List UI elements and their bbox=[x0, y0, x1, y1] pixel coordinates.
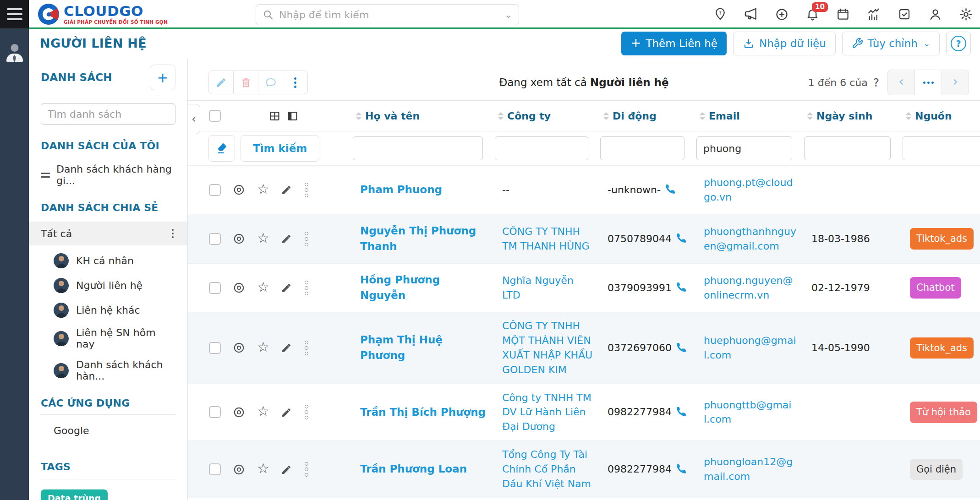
analytics-icon[interactable] bbox=[866, 6, 881, 22]
select-all-checkbox[interactable] bbox=[209, 110, 221, 122]
more-options-icon[interactable] bbox=[305, 341, 308, 355]
favorite-icon[interactable]: ☆ bbox=[257, 182, 269, 196]
tag-chip[interactable]: Data trùng bbox=[41, 489, 108, 500]
column-header[interactable]: Nguồn bbox=[903, 110, 980, 122]
preview-icon[interactable] bbox=[232, 232, 246, 245]
contact-name-link[interactable]: Trần Thị Bích Phượng bbox=[360, 406, 486, 418]
tasks-icon[interactable] bbox=[897, 6, 912, 22]
contact-name-link[interactable]: Nguyễn Thị Phương Thanh bbox=[360, 225, 476, 252]
email-link[interactable]: phuong.pt@cloudgo.vn bbox=[704, 177, 793, 203]
favorite-icon[interactable]: ☆ bbox=[257, 231, 269, 245]
favorite-icon[interactable]: ☆ bbox=[257, 462, 269, 475]
phone-icon[interactable] bbox=[676, 464, 687, 475]
apply-search-button[interactable]: Tìm kiếm bbox=[241, 135, 319, 162]
preview-icon[interactable] bbox=[232, 183, 246, 196]
preview-icon[interactable] bbox=[232, 406, 246, 419]
global-search-input[interactable] bbox=[278, 9, 500, 21]
clear-filters-button[interactable] bbox=[208, 135, 235, 162]
add-list-button[interactable]: + bbox=[150, 65, 175, 90]
column-view-icon[interactable] bbox=[286, 110, 299, 122]
column-header[interactable]: Ngày sinh bbox=[804, 110, 903, 122]
prev-page-button[interactable]: ‹ bbox=[887, 70, 915, 95]
megaphone-icon[interactable] bbox=[743, 6, 759, 22]
location-help-icon[interactable]: ? bbox=[712, 6, 728, 22]
favorite-icon[interactable]: ☆ bbox=[257, 280, 269, 294]
bulk-edit-button[interactable] bbox=[208, 71, 234, 94]
phone-icon[interactable] bbox=[676, 233, 687, 244]
bulk-comment-button[interactable] bbox=[258, 71, 283, 94]
filter-input-0[interactable] bbox=[353, 136, 483, 160]
phone-icon[interactable] bbox=[676, 407, 687, 418]
company-link[interactable]: Nghĩa Nguyễn LTD bbox=[502, 275, 574, 301]
add-contact-button[interactable]: + Thêm Liên hệ bbox=[621, 32, 727, 55]
notifications-icon[interactable]: 10 bbox=[805, 6, 820, 22]
global-search[interactable]: ⌄ bbox=[256, 4, 519, 25]
email-link[interactable]: phuongttb@gmail.com bbox=[704, 399, 791, 425]
customize-button[interactable]: Tùy chỉnh ⌄ bbox=[842, 32, 940, 55]
sidebar-shared-item[interactable]: Người liên hệ bbox=[54, 277, 175, 293]
preview-icon[interactable] bbox=[232, 463, 246, 476]
filter-input-4[interactable] bbox=[804, 136, 891, 160]
page-options-button[interactable] bbox=[914, 70, 942, 95]
bulk-more-button[interactable] bbox=[283, 71, 308, 94]
kebab-menu-icon[interactable] bbox=[170, 227, 175, 240]
sidebar-shared-item[interactable]: Liên hệ khác bbox=[54, 302, 175, 318]
grid-view-icon[interactable] bbox=[268, 110, 281, 122]
column-header[interactable]: Họ và tên bbox=[353, 110, 495, 122]
more-options-icon[interactable] bbox=[305, 281, 308, 295]
column-header[interactable]: Di động bbox=[600, 110, 696, 122]
contacts-module-icon[interactable] bbox=[6, 44, 23, 62]
phone-icon[interactable] bbox=[665, 184, 676, 195]
list-search-input[interactable] bbox=[41, 103, 175, 125]
row-checkbox[interactable] bbox=[209, 282, 221, 294]
brand-logo[interactable]: CLOUDGO GIẢI PHÁP CHUYỂN ĐỔI SỐ TINH GỌN bbox=[29, 4, 230, 25]
edit-icon[interactable] bbox=[281, 407, 292, 418]
favorite-icon[interactable]: ☆ bbox=[257, 404, 269, 418]
edit-icon[interactable] bbox=[281, 184, 292, 196]
company-link[interactable]: CÔNG TY TNHH TM THANH HÙNG bbox=[502, 226, 590, 252]
column-header[interactable]: Email bbox=[696, 110, 804, 122]
help-button[interactable]: ? bbox=[946, 32, 971, 55]
sidebar-item-all[interactable]: Tất cả bbox=[29, 222, 187, 245]
settings-icon[interactable] bbox=[958, 6, 974, 22]
filter-input-5[interactable] bbox=[903, 136, 980, 160]
company-link[interactable]: Tổng Công Ty Tài Chính Cổ Phần Dầu Khí V… bbox=[502, 449, 591, 489]
contact-name-link[interactable]: Pham Phuong bbox=[360, 184, 442, 196]
edit-icon[interactable] bbox=[281, 464, 292, 475]
hamburger-menu-button[interactable] bbox=[0, 0, 29, 28]
filter-input-1[interactable] bbox=[495, 136, 588, 160]
preview-icon[interactable] bbox=[232, 281, 246, 294]
contact-name-link[interactable]: Phạm Thị Huệ Phương bbox=[360, 334, 443, 361]
favorite-icon[interactable]: ☆ bbox=[257, 340, 269, 354]
row-checkbox[interactable] bbox=[209, 406, 221, 418]
filter-input-3[interactable] bbox=[696, 136, 792, 160]
email-link[interactable]: phuongthanhnguyen@gmail.com bbox=[704, 226, 796, 252]
more-options-icon[interactable] bbox=[305, 183, 308, 197]
edit-icon[interactable] bbox=[281, 282, 292, 293]
edit-icon[interactable] bbox=[281, 233, 292, 245]
contact-name-link[interactable]: Hồng Phương Nguyễn bbox=[360, 274, 440, 301]
email-link[interactable]: phuongloan12@gmail.com bbox=[704, 456, 793, 482]
contact-name-link[interactable]: Trần Phương Loan bbox=[360, 463, 467, 475]
sidebar-shared-item[interactable]: Liên hệ SN hôm nay bbox=[54, 327, 175, 350]
profile-icon[interactable] bbox=[927, 6, 943, 22]
sidebar-shared-item[interactable]: KH cá nhân bbox=[54, 253, 175, 268]
filter-input-2[interactable] bbox=[600, 136, 684, 160]
more-options-icon[interactable] bbox=[305, 462, 308, 477]
bulk-delete-button[interactable] bbox=[233, 71, 258, 94]
company-link[interactable]: Công ty TNHH TM DV Lữ Hành Liên Đại Dươn… bbox=[502, 392, 591, 433]
add-circle-icon[interactable] bbox=[774, 6, 789, 22]
more-options-icon[interactable] bbox=[305, 232, 308, 246]
more-options-icon[interactable] bbox=[305, 405, 308, 419]
row-checkbox[interactable] bbox=[209, 463, 221, 475]
row-checkbox[interactable] bbox=[209, 184, 221, 196]
phone-icon[interactable] bbox=[676, 342, 687, 353]
row-checkbox[interactable] bbox=[209, 233, 221, 245]
company-link[interactable]: CÔNG TY TNHH MỘT THÀNH VIÊN XUẤT NHẬP KH… bbox=[502, 320, 592, 375]
column-header[interactable]: Công ty bbox=[495, 110, 600, 122]
import-data-button[interactable]: Nhập dữ liệu bbox=[733, 32, 836, 55]
phone-icon[interactable] bbox=[676, 282, 687, 293]
next-page-button[interactable]: › bbox=[942, 70, 969, 95]
calendar-icon[interactable] bbox=[835, 6, 851, 22]
email-link[interactable]: phuong.nguyen@onlinecrm.vn bbox=[704, 275, 793, 301]
